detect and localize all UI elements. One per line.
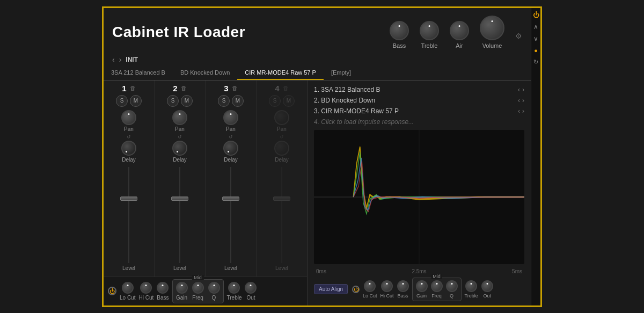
loop-icon[interactable]: ↻ bbox=[532, 59, 540, 66]
channel-1-fader-track bbox=[128, 167, 129, 263]
channel-1-mute[interactable]: M bbox=[130, 95, 142, 107]
tab-3[interactable]: CIR MR-MODE4 Raw 57 P bbox=[237, 66, 324, 80]
channel-1-pan-knob[interactable] bbox=[121, 110, 136, 125]
channel-3-solo[interactable]: S bbox=[218, 95, 230, 107]
channel-2-delay-reset[interactable]: ↺ bbox=[178, 134, 182, 140]
waveform-time-0: 0ms bbox=[316, 268, 326, 274]
chevron-down-icon[interactable]: ∨ bbox=[532, 35, 540, 42]
eq-gain-group: Gain bbox=[176, 282, 188, 301]
eq-freq-knob[interactable] bbox=[192, 282, 204, 294]
strip-treble-knob[interactable] bbox=[465, 280, 477, 292]
eq-treble-knob[interactable] bbox=[228, 282, 240, 294]
channel-2-solo[interactable]: S bbox=[167, 95, 179, 107]
strip-hi-cut-knob[interactable] bbox=[381, 280, 393, 292]
header: Cabinet IR Loader Bass Treble bbox=[104, 8, 531, 53]
strip-gain-label: Gain bbox=[416, 293, 427, 299]
link-icon[interactable]: ● bbox=[532, 47, 540, 54]
channel-4-mute[interactable]: M bbox=[283, 95, 295, 107]
eq-out-knob[interactable] bbox=[245, 282, 257, 294]
preset-bar: ‹ › INIT bbox=[104, 53, 531, 66]
chevron-up-icon[interactable]: ∧ bbox=[532, 23, 540, 31]
eq-bass-knob[interactable] bbox=[157, 282, 169, 294]
nav-back-arrow[interactable]: ‹ bbox=[112, 55, 115, 64]
ir-item-3-prev[interactable]: ‹ bbox=[518, 107, 520, 115]
ir-item-2-prev[interactable]: ‹ bbox=[518, 97, 520, 104]
bottom-eq-bar: ⏻ Lo Cut Hi Cut bbox=[104, 276, 307, 305]
channel-3-pan-knob[interactable] bbox=[223, 110, 238, 125]
channel-3-delay-knob[interactable] bbox=[223, 141, 238, 156]
tab-1[interactable]: 3SA 212 Balanced B bbox=[104, 66, 173, 80]
channel-1-fader-handle[interactable] bbox=[120, 196, 137, 201]
channel-3-mute[interactable]: M bbox=[232, 95, 244, 107]
nav-fwd-arrow[interactable]: › bbox=[119, 55, 122, 64]
strip-gain-knob[interactable] bbox=[416, 280, 428, 292]
channel-3-fader-handle[interactable] bbox=[222, 196, 239, 201]
auto-align-button[interactable]: Auto Align bbox=[314, 284, 348, 294]
strip-hi-cut-label: Hi Cut bbox=[380, 293, 394, 299]
treble-knob[interactable] bbox=[420, 21, 439, 40]
ir-item-2-text[interactable]: 2. BD Knocked Down bbox=[314, 97, 518, 104]
eq-q-label: Q bbox=[212, 295, 216, 301]
ir-item-1-arrows: ‹ › bbox=[518, 86, 524, 93]
channel-1-delay-knob[interactable] bbox=[121, 141, 136, 156]
channel-1-solo[interactable]: S bbox=[116, 95, 128, 107]
channel-2-fader-label: Level bbox=[173, 265, 186, 271]
eq-q-group: Q bbox=[208, 282, 220, 301]
strip-treble-label: Treble bbox=[465, 293, 478, 299]
channel-3-delay-reset[interactable]: ↺ bbox=[229, 134, 233, 140]
ir-item-2-next[interactable]: › bbox=[522, 97, 524, 104]
channel-2-pan-knob[interactable] bbox=[172, 110, 187, 125]
strip-gain: Gain bbox=[416, 280, 428, 299]
strip-mid-box: Mid Gain Freq bbox=[412, 278, 462, 301]
ir-item-4-text[interactable]: 4. Click to load impulse response... bbox=[314, 118, 524, 126]
ir-item-1-prev[interactable]: ‹ bbox=[518, 86, 520, 93]
header-knobs: Bass Treble Air bbox=[390, 16, 522, 49]
channel-1-pan-label: Pan bbox=[124, 126, 134, 132]
channel-1-fader-label: Level bbox=[122, 265, 135, 271]
eq-power-button[interactable]: ⏻ bbox=[108, 287, 116, 295]
ir-item-3-text[interactable]: 3. CIR MR-MODE4 Raw 57 P bbox=[314, 107, 518, 115]
channel-2-fader-track bbox=[179, 167, 180, 263]
channel-2-mute[interactable]: M bbox=[181, 95, 193, 107]
eq-strip-power[interactable]: ⏻ bbox=[352, 286, 360, 293]
channel-3-num: 3 bbox=[224, 84, 228, 93]
eq-mid-box: Mid Gain Freq bbox=[172, 279, 224, 303]
strip-out-knob[interactable] bbox=[481, 280, 493, 292]
channel-3-fader-label: Level bbox=[224, 265, 237, 271]
eq-gain-knob[interactable] bbox=[176, 282, 188, 294]
air-knob-group: Air bbox=[450, 21, 469, 49]
channel-2-delay-knob[interactable] bbox=[172, 141, 187, 156]
waveform-time-2: 5ms bbox=[512, 268, 522, 274]
settings-gear-icon[interactable]: ⚙ bbox=[515, 32, 522, 40]
channel-4-solo[interactable]: S bbox=[269, 95, 281, 107]
preset-name: INIT bbox=[126, 56, 138, 63]
strip-q-knob[interactable] bbox=[446, 280, 458, 292]
channel-2-fader-handle[interactable] bbox=[171, 196, 188, 201]
eq-hi-cut-knob[interactable] bbox=[140, 282, 152, 294]
eq-lo-cut-knob[interactable] bbox=[122, 282, 134, 294]
channel-3-fader-track bbox=[230, 167, 231, 263]
eq-treble-label: Treble bbox=[227, 295, 242, 301]
eq-out-group: Out bbox=[245, 282, 257, 301]
channel-4-fader-handle bbox=[273, 196, 290, 201]
bass-knob[interactable] bbox=[390, 21, 409, 40]
channel-1-delay-reset[interactable]: ↺ bbox=[127, 134, 131, 140]
volume-knob[interactable] bbox=[480, 16, 504, 40]
channel-4-delete[interactable]: 🗑 bbox=[283, 85, 289, 91]
tab-2[interactable]: BD Knocked Down bbox=[173, 66, 237, 80]
channel-3-delete[interactable]: 🗑 bbox=[232, 85, 238, 91]
strip-freq-knob[interactable] bbox=[431, 280, 443, 292]
strip-bass-knob[interactable] bbox=[397, 280, 409, 292]
power-icon[interactable]: ⏻ bbox=[532, 11, 540, 19]
ir-item-3-next[interactable]: › bbox=[522, 107, 524, 115]
channel-2-delete[interactable]: 🗑 bbox=[181, 85, 187, 91]
strip-lo-cut-knob[interactable] bbox=[364, 280, 376, 292]
ir-item-1-text[interactable]: 1. 3SA 212 Balanced B bbox=[314, 86, 518, 93]
eq-bass-label: Bass bbox=[157, 295, 169, 301]
eq-q-knob[interactable] bbox=[208, 282, 220, 294]
channel-1-delete[interactable]: 🗑 bbox=[130, 85, 136, 91]
app-title: Cabinet IR Loader bbox=[112, 24, 245, 41]
ir-item-1-next[interactable]: › bbox=[522, 86, 524, 93]
air-knob[interactable] bbox=[450, 21, 469, 40]
tab-4[interactable]: [Empty] bbox=[324, 66, 358, 80]
